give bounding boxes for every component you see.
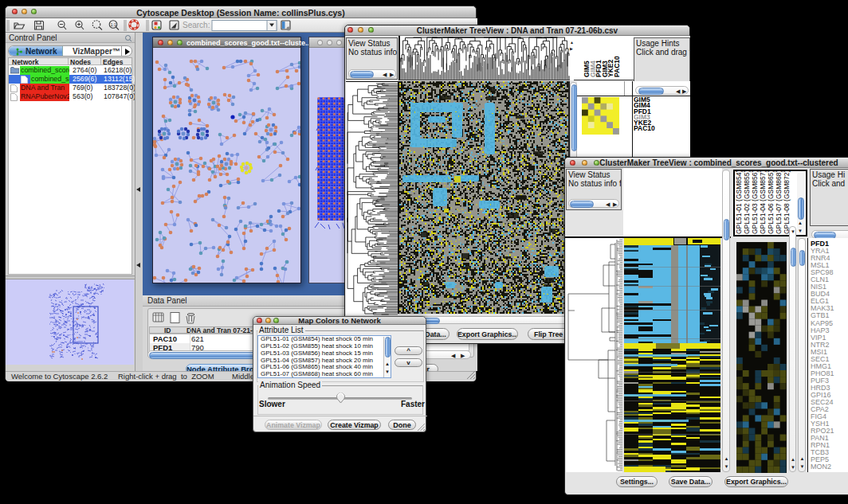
svg-text:GPL51-07 (GSM868): GPL51-07 (GSM868) [775,171,783,234]
svg-text:GPL51-04 (GSM857): GPL51-04 (GSM857) [759,171,767,234]
svg-text:Search:: Search: [183,21,210,29]
svg-text:1:1: 1:1 [111,22,117,27]
svg-text:GPL51-02 (GSM855): GPL51-02 (GSM855) [743,171,751,234]
svg-text:GPL51-06 (GSM865): GPL51-06 (GSM865) [767,171,775,234]
svg-text:PAC10: PAC10 [613,56,621,77]
svg-text:GPL51-03 (GSM856): GPL51-03 (GSM856) [751,171,759,234]
svg-text:GPL51-01 (GSM854): GPL51-01 (GSM854) [735,171,743,234]
svg-text:GPL51-08 (GSM872): GPL51-08 (GSM872) [783,171,791,234]
